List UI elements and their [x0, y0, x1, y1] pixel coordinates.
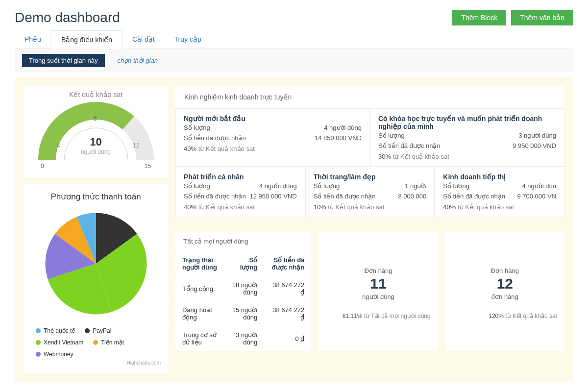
stat-label: Đơn hàng [326, 267, 430, 274]
choose-period-link[interactable]: – chọn thời gian – [112, 57, 163, 64]
tab-settings[interactable]: Cài đặt [122, 30, 165, 49]
col-qty: Số lượng [224, 251, 264, 276]
stat-value: 11 [326, 275, 430, 292]
legend-item[interactable]: PayPal [85, 327, 111, 334]
pie-card: Phương thức thanh toán Thẻ quốc tế [24, 184, 168, 373]
experience-cell: Kinh doanh tiếp thịSố lượng4 người dùnSố… [435, 167, 564, 217]
period-badge[interactable]: Trong suốt thời gian này [22, 54, 105, 67]
stat-unit: người dùng [326, 293, 430, 300]
cell-head: Người mới bắt đầu [184, 115, 362, 122]
gauge-max: 15 [145, 163, 151, 170]
col-status: Trạng thái người dùng [175, 251, 224, 276]
filter-bar: Trong suốt thời gian này – chọn thời gia… [15, 49, 573, 72]
gauge-title: Kết quả khảo sat [31, 91, 161, 98]
cell-head: Phát triển cá nhân [184, 173, 297, 181]
experience-cell: Thời trang/làm đẹpSố lượng1 ngườiSố tiền… [305, 167, 435, 217]
users-table: Trạng thái người dùng Số lượng Số tiền đ… [175, 251, 311, 351]
stat-orders-users: Đơn hàng 11 người dùng 61.11% từ Tất cả … [318, 232, 438, 351]
cell-head: Kinh doanh tiếp thị [443, 173, 556, 181]
experience-card: Kinh nghiệm kinh doanh trực tuyến Người … [175, 86, 564, 217]
gauge-value: 10 [81, 136, 111, 148]
users-card: Tất cả mọi người dùng Trạng thái người d… [175, 232, 311, 351]
experience-cell: Phát triển cá nhânSố lượng4 người dùngSố… [175, 167, 305, 217]
table-row: Trong cơ sở dữ liệu3 người dùng0 ₫ [175, 326, 311, 351]
svg-text:8: 8 [93, 115, 97, 122]
tab-access[interactable]: Truy cập [165, 30, 211, 49]
gauge-min: 0 [41, 163, 44, 170]
table-row: Tổng cộng18 người dùng38 674 272 ₫ [175, 276, 311, 301]
tab-dashboard[interactable]: Bảng điều khiển [51, 30, 122, 49]
experience-cell: Người mới bắt đầuSố lượng4 người dùngSố … [175, 108, 370, 167]
svg-text:12: 12 [133, 142, 140, 149]
legend-item[interactable]: Xendit Vietnam [36, 339, 83, 346]
legend-item[interactable]: Thẻ quốc tế [36, 327, 75, 334]
pie-chart [40, 207, 152, 320]
tabs: Phễu Bảng điều khiển Cài đặt Truy cập [15, 30, 573, 49]
tab-funnel[interactable]: Phễu [15, 30, 51, 49]
svg-text:4: 4 [57, 142, 60, 149]
stat-footer: 120% từ Kết quả khảo sat [453, 313, 557, 319]
add-block-button[interactable]: Thêm Block [452, 10, 506, 25]
stat-footer: 61.11% từ Tất cả mọi người dùng [326, 313, 430, 319]
stat-label: Đơn hàng [453, 267, 557, 274]
pie-legend: Thẻ quốc tế PayPal Xendit Vietnam Tiền m… [31, 327, 161, 358]
table-row: Đang hoạt động15 người dùng38 674 272 ₫ [175, 301, 311, 326]
legend-item[interactable]: Webmoney [36, 351, 73, 358]
page-title: Demo dashboard [15, 10, 120, 25]
gauge-unit: người dùng [81, 148, 111, 155]
experience-cell: Có khóa học trực tuyến và muốn phát triể… [370, 108, 564, 167]
gauge-card: Kết quả khảo sat 4 8 12 10 người dù [24, 86, 168, 177]
chart-credit[interactable]: Highcharts.com [31, 360, 161, 366]
cell-head: Thời trang/làm đẹp [314, 173, 427, 181]
experience-title: Kinh nghiệm kinh doanh trực tuyến [175, 86, 564, 108]
add-text-button[interactable]: Thêm văn bản [511, 10, 573, 25]
col-amount: Số tiền đã được nhận [264, 251, 311, 276]
stat-orders-count: Đơn hàng 12 đơn hàng 120% từ Kết quả khả… [445, 232, 564, 351]
cell-head: Có khóa học trực tuyến và muốn phát triể… [378, 115, 556, 130]
legend-item[interactable]: Tiền mặt [93, 339, 124, 346]
stat-unit: đơn hàng [453, 293, 557, 300]
stat-value: 12 [453, 275, 557, 292]
users-title: Tất cả mọi người dùng [175, 232, 311, 251]
pie-title: Phương thức thanh toán [31, 192, 161, 202]
